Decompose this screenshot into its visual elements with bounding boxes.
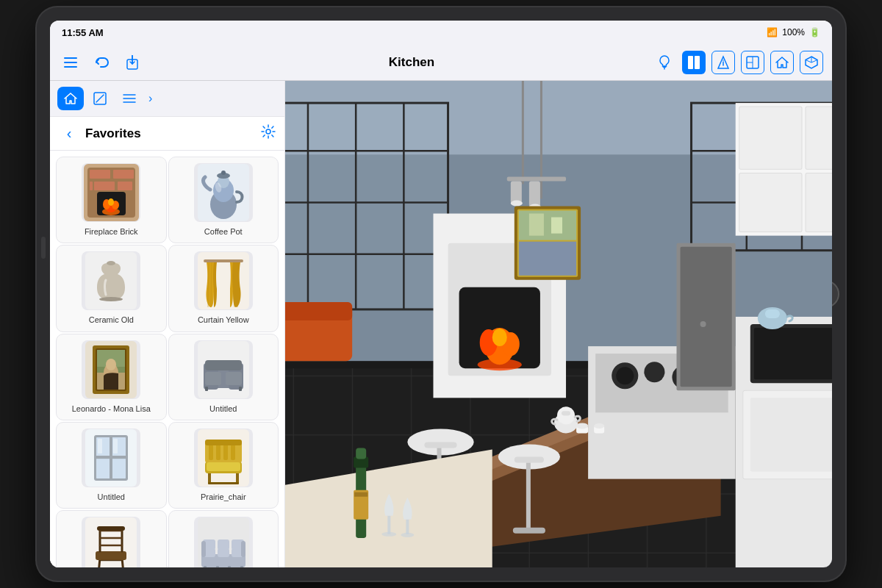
svg-rect-177 bbox=[806, 173, 832, 232]
list-item[interactable]: Coffee Pot bbox=[168, 157, 279, 243]
item-preview-curtain bbox=[194, 251, 253, 310]
toolbar-title: Kitchen bbox=[197, 55, 626, 70]
svg-rect-183 bbox=[750, 398, 832, 471]
svg-rect-160 bbox=[507, 176, 566, 181]
svg-rect-95 bbox=[96, 551, 126, 560]
svg-line-14 bbox=[806, 60, 811, 62]
item-label: Untitled bbox=[98, 492, 125, 502]
svg-rect-65 bbox=[226, 372, 242, 385]
svg-rect-187 bbox=[562, 411, 570, 415]
svg-rect-74 bbox=[112, 459, 126, 478]
svg-point-40 bbox=[221, 171, 226, 175]
svg-rect-27 bbox=[118, 182, 132, 190]
svg-point-210 bbox=[700, 321, 706, 327]
list-item[interactable]: Curtain Yellow bbox=[168, 245, 279, 331]
svg-rect-88 bbox=[231, 444, 235, 460]
list-item[interactable]: Leonardo - Mona Lisa bbox=[56, 334, 167, 420]
list-item[interactable]: Untitled bbox=[56, 422, 167, 509]
svg-rect-198 bbox=[387, 516, 390, 534]
view-3d bbox=[285, 81, 832, 567]
svg-point-147 bbox=[492, 329, 507, 346]
cube-button[interactable] bbox=[800, 51, 823, 74]
svg-point-58 bbox=[106, 359, 116, 370]
svg-rect-110 bbox=[201, 541, 206, 557]
undo-button[interactable] bbox=[90, 51, 113, 74]
lightbulb-button[interactable] bbox=[653, 51, 676, 74]
list-item[interactable]: Ceramic Old bbox=[56, 245, 167, 331]
svg-rect-175 bbox=[806, 107, 832, 169]
item-preview-prairie-chair bbox=[194, 429, 253, 487]
svg-rect-78 bbox=[113, 439, 118, 453]
sidebar-tab-home[interactable] bbox=[57, 87, 84, 110]
svg-rect-139 bbox=[285, 302, 352, 320]
status-right: 📶 100% 🔋 bbox=[767, 27, 820, 37]
svg-rect-159 bbox=[540, 81, 542, 198]
back-button[interactable]: ‹ bbox=[59, 125, 79, 142]
svg-rect-46 bbox=[204, 259, 243, 262]
info-button[interactable] bbox=[711, 51, 735, 74]
sidebar: › ‹ Favorites bbox=[50, 81, 285, 567]
svg-rect-73 bbox=[96, 459, 110, 478]
sidebar-tab-draw[interactable] bbox=[87, 87, 113, 110]
svg-rect-158 bbox=[522, 81, 524, 184]
list-item[interactable]: Sofa3x_amazing bbox=[168, 510, 279, 567]
svg-rect-166 bbox=[424, 442, 456, 448]
svg-rect-204 bbox=[519, 211, 576, 240]
house-button[interactable] bbox=[770, 51, 794, 74]
svg-rect-180 bbox=[754, 328, 832, 379]
svg-rect-82 bbox=[208, 482, 239, 484]
side-button[interactable] bbox=[41, 237, 46, 259]
svg-rect-195 bbox=[356, 448, 366, 459]
item-label: Leonardo - Mona Lisa bbox=[72, 404, 151, 414]
list-item[interactable]: Prairie_chair bbox=[168, 422, 279, 509]
svg-rect-161 bbox=[511, 181, 522, 203]
svg-rect-114 bbox=[216, 566, 219, 567]
svg-rect-162 bbox=[529, 181, 540, 207]
svg-point-9 bbox=[723, 60, 724, 61]
list-item[interactable]: Chair_002 bbox=[56, 510, 167, 567]
svg-rect-209 bbox=[681, 247, 732, 387]
toolbar-left bbox=[59, 51, 191, 74]
ipad-frame: 11:55 AM 📶 100% 🔋 bbox=[37, 7, 845, 581]
svg-rect-111 bbox=[241, 541, 245, 557]
svg-point-201 bbox=[401, 533, 414, 537]
svg-rect-101 bbox=[97, 526, 125, 531]
svg-rect-176 bbox=[739, 173, 802, 232]
battery-percent: 100% bbox=[782, 27, 805, 37]
svg-rect-172 bbox=[513, 528, 545, 534]
list-item[interactable]: Fireplace Brick bbox=[56, 157, 167, 243]
sidebar-tab-list[interactable] bbox=[116, 87, 143, 110]
sidebar-more-button[interactable]: › bbox=[146, 89, 155, 108]
svg-rect-28 bbox=[90, 182, 93, 190]
item-preview-sofa3x bbox=[194, 517, 253, 567]
svg-point-163 bbox=[511, 200, 523, 206]
sidebar-header: ‹ Favorites bbox=[50, 117, 284, 151]
svg-point-21 bbox=[266, 129, 270, 134]
menu-button[interactable] bbox=[59, 51, 82, 74]
svg-rect-206 bbox=[529, 214, 544, 236]
svg-line-17 bbox=[96, 95, 104, 102]
svg-rect-90 bbox=[207, 462, 240, 471]
svg-point-199 bbox=[381, 532, 396, 537]
item-label: Prairie_chair bbox=[201, 492, 246, 502]
svg-rect-1 bbox=[64, 62, 77, 63]
svg-rect-66 bbox=[205, 387, 208, 391]
item-preview-untitled-window bbox=[82, 429, 140, 487]
svg-rect-67 bbox=[239, 387, 242, 391]
floorplan-button[interactable] bbox=[741, 51, 764, 74]
svg-rect-76 bbox=[110, 437, 112, 478]
item-label: Coffee Pot bbox=[204, 226, 243, 237]
item-label: Curtain Yellow bbox=[198, 315, 249, 325]
share-button[interactable] bbox=[121, 51, 144, 74]
item-label: Ceramic Old bbox=[89, 315, 134, 325]
toolbar-right bbox=[632, 51, 823, 74]
ipad-screen: 11:55 AM 📶 100% 🔋 bbox=[50, 21, 832, 567]
sidebar-settings-button[interactable] bbox=[261, 124, 276, 143]
svg-rect-207 bbox=[551, 218, 562, 234]
svg-point-43 bbox=[107, 261, 115, 265]
item-preview-monalisa bbox=[82, 340, 140, 399]
svg-rect-0 bbox=[64, 57, 77, 59]
library-button[interactable] bbox=[682, 51, 706, 74]
list-item[interactable]: Untitled bbox=[168, 334, 279, 420]
sidebar-title: Favorites bbox=[85, 126, 255, 141]
